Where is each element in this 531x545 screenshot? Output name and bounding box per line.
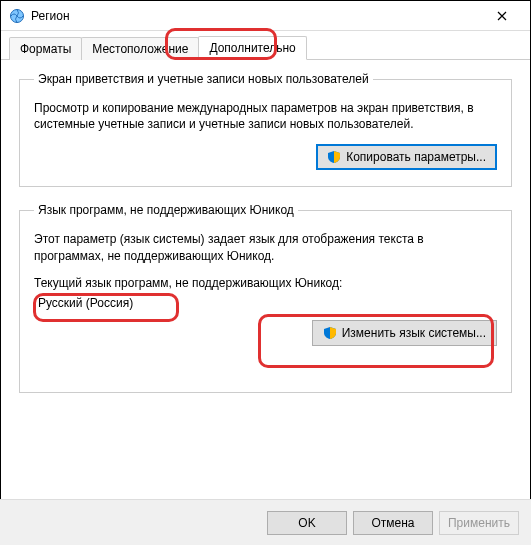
tab-bar: Форматы Местоположение Дополнительно <box>1 31 530 60</box>
tab-location[interactable]: Местоположение <box>81 37 199 60</box>
group-description: Этот параметр (язык системы) задает язык… <box>34 231 497 263</box>
window-titlebar: Регион <box>1 1 530 31</box>
tab-formats[interactable]: Форматы <box>9 37 82 60</box>
current-language-label: Текущий язык программ, не поддерживающих… <box>34 276 497 290</box>
tab-advanced[interactable]: Дополнительно <box>198 36 306 60</box>
tab-label: Местоположение <box>92 42 188 56</box>
group-description: Просмотр и копирование международных пар… <box>34 100 497 132</box>
button-label: Копировать параметры... <box>346 150 486 164</box>
current-language-value: Русский (Россия) <box>38 296 497 310</box>
group-welcome-screen: Экран приветствия и учетные записи новых… <box>19 72 512 187</box>
copy-settings-button[interactable]: Копировать параметры... <box>316 144 497 170</box>
window-title: Регион <box>31 9 70 23</box>
shield-icon <box>323 326 337 340</box>
change-system-locale-button[interactable]: Изменить язык системы... <box>312 320 497 346</box>
globe-icon <box>9 8 25 24</box>
tab-label: Дополнительно <box>209 41 295 55</box>
tab-content: Экран приветствия и учетные записи новых… <box>1 60 530 417</box>
dialog-footer: OK Отмена Применить <box>0 499 531 545</box>
apply-button[interactable]: Применить <box>439 511 519 535</box>
shield-icon <box>327 150 341 164</box>
group-legend: Экран приветствия и учетные записи новых… <box>34 72 373 86</box>
group-legend: Язык программ, не поддерживающих Юникод <box>34 203 298 217</box>
cancel-button[interactable]: Отмена <box>353 511 433 535</box>
button-label: Отмена <box>371 516 414 530</box>
group-non-unicode: Язык программ, не поддерживающих Юникод … <box>19 203 512 393</box>
close-icon <box>497 11 507 21</box>
ok-button[interactable]: OK <box>267 511 347 535</box>
button-label: OK <box>298 516 315 530</box>
button-label: Применить <box>448 516 510 530</box>
button-label: Изменить язык системы... <box>342 326 486 340</box>
tab-label: Форматы <box>20 42 71 56</box>
close-button[interactable] <box>482 2 522 30</box>
